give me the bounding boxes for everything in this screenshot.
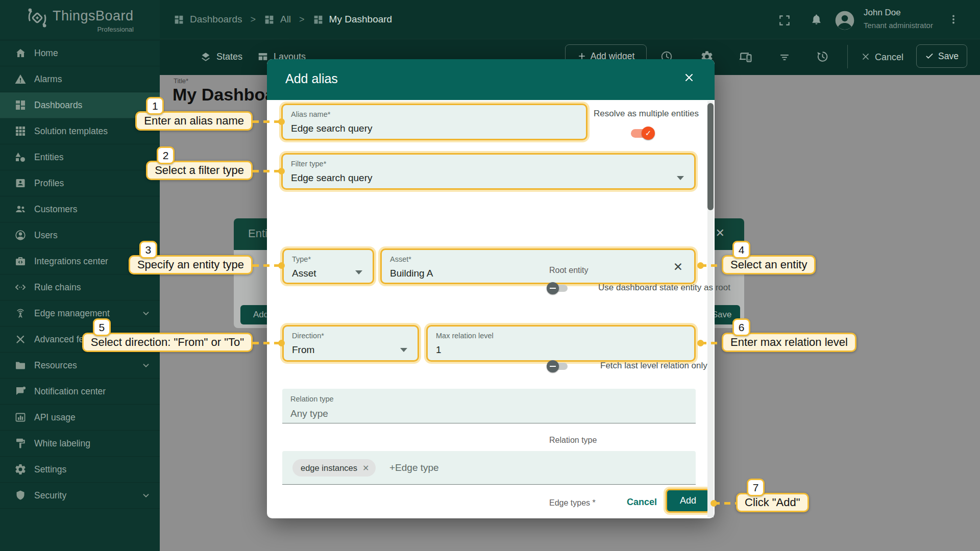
sidebar-item-label: Customers [34,204,78,215]
breadcrumb-separator: > [299,14,305,25]
sidebar-item-api-usage[interactable]: API usage [0,405,160,431]
alias-name-field[interactable]: Alias name* Edge search query [281,104,587,140]
toolbar-cancel-button[interactable]: Cancel [875,52,903,63]
modal-header: Add alias [267,59,715,100]
avatar[interactable] [834,9,856,32]
sidebar-item-label: API usage [34,412,76,423]
sidebar-item-integrations-center[interactable]: Integrations center [0,248,160,274]
layouts-icon [257,51,268,62]
edge-type-chip[interactable]: edge instances ✕ [292,459,376,477]
relation-type-section-label: Relation type [549,436,597,445]
whitelabel-icon [14,437,27,449]
sidebar-item-entities[interactable]: Entities [0,144,160,170]
brand-name: ThingsBoard [53,8,134,24]
brand-subtitle: Professional [53,26,134,33]
sidebar-item-rule-chains[interactable]: Rule chains [0,274,160,300]
sidebar-item-edge-management[interactable]: Edge management [0,300,160,327]
dashboards-icon [14,99,27,111]
close-icon[interactable] [683,71,695,84]
sidebar-item-security[interactable]: Security [0,483,160,509]
modal-add-button[interactable]: Add [666,489,710,513]
user-name: John Doe [864,8,901,18]
entity-type-select[interactable]: Type* Asset [282,248,374,284]
entity-type-value: Asset [292,268,316,279]
modal-scrollbar-thumb[interactable] [707,103,714,210]
edge-types-section-label: Edge types * [549,498,596,508]
modal-cancel-button[interactable]: Cancel [627,497,657,508]
thingsboard-app: Title* My Dashboard Enti ✕ Add Save Dash… [0,0,980,551]
edge-type-placeholder: +Edge type [389,462,439,473]
filter-type-select[interactable]: Filter type* Edge search query [281,153,696,190]
relation-type-field[interactable]: Relation type Any type [282,389,696,423]
sidebar-item-solution-templates[interactable]: Solution templates [0,118,160,144]
notifications-bell-icon[interactable] [810,13,823,27]
states-button[interactable]: States [216,52,242,62]
use-dashboard-state-toggle[interactable] [548,285,568,292]
advanced-icon [14,333,27,345]
entities-icon [14,151,27,163]
sidebar-item-label: Home [34,48,58,59]
sidebar-item-white-labeling[interactable]: White labeling [0,431,160,457]
asset-value: Building A [390,268,433,279]
sidebar-item-advanced-features[interactable]: Advanced features [0,327,160,353]
sidebar-item-customers[interactable]: Customers [0,196,160,222]
breadcrumb-item-my-dashboard[interactable]: My Dashboard [313,14,393,25]
edge-icon [14,307,27,319]
sidebar-item-label: White labeling [34,438,90,449]
check-icon [925,52,934,61]
max-relation-level-value: 1 [436,344,442,356]
chevron-down-icon [677,176,684,180]
user-role: Tenant administrator [864,21,933,30]
clear-icon[interactable]: ✕ [673,260,683,274]
apiusage-icon [14,411,27,423]
dashboard-title-label: Title* [174,77,188,85]
customers-icon [14,203,27,215]
sidebar-item-label: Rule chains [34,282,81,293]
device-layouts-icon[interactable] [738,50,752,64]
sidebar-item-resources[interactable]: Resources [0,353,160,379]
modal-title: Add alias [285,71,338,86]
fetch-last-level-toggle[interactable] [548,363,568,370]
max-relation-level-field[interactable]: Max relation level 1 [426,325,696,362]
dashboard-grid-icon [313,14,324,25]
user-circle-icon [14,229,27,241]
kebab-menu-icon[interactable] [947,13,960,26]
sidebar-item-label: Resources [34,360,77,371]
filter-type-label: Filter type* [291,160,326,168]
sidebar-item-settings[interactable]: Settings [0,457,160,483]
filter-icon[interactable] [778,51,791,63]
sidebar-item-label: Advanced features [34,334,109,345]
sidebar-item-profiles[interactable]: Profiles [0,170,160,196]
home-icon [14,47,27,59]
chevron-down-icon [400,348,407,352]
use-dashboard-state-label: Use dashboard state entity as root [598,283,730,293]
remove-chip-icon[interactable]: ✕ [362,463,369,473]
relation-type-value: Any type [290,408,328,419]
rule-chains-icon [14,281,27,293]
direction-select[interactable]: Direction* From [282,325,419,362]
breadcrumb-item-all[interactable]: All [264,14,291,25]
close-icon[interactable]: ✕ [716,227,725,240]
breadcrumb-item-dashboards[interactable]: Dashboards [174,14,242,25]
security-icon [14,489,27,502]
sidebar-item-home[interactable]: Home [0,40,160,66]
entity-type-label: Type* [292,255,311,263]
chevron-down-icon [355,270,362,274]
toolbar-save-button[interactable]: Save [916,44,967,68]
breadcrumb: Dashboards>All>My Dashboard [174,0,392,39]
direction-value: From [292,344,314,356]
sidebar-item-alarms[interactable]: Alarms [0,66,160,92]
states-icon [200,51,211,62]
sidebar-item-users[interactable]: Users [0,222,160,248]
profiles-icon [14,177,27,189]
sidebar-item-dashboards[interactable]: Dashboards [0,92,160,118]
sidebar-item-label: Settings [34,464,66,475]
asset-field[interactable]: Asset* Building A ✕ [380,248,696,284]
fullscreen-icon[interactable] [778,14,791,27]
version-history-icon[interactable] [816,50,829,63]
edge-types-field[interactable]: edge instances ✕ +Edge type [282,451,696,485]
resolve-multiple-label: Resolve as multiple entities [594,109,699,119]
resolve-multiple-toggle[interactable]: ✓ [631,129,653,138]
sidebar-item-notification-center[interactable]: Notification center [0,379,160,405]
settings-icon [14,463,27,475]
